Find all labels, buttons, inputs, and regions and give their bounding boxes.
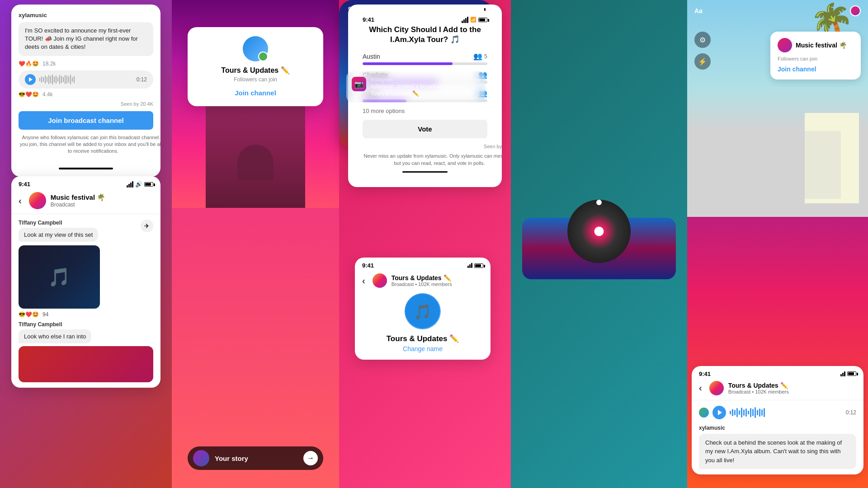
waveform <box>39 75 133 84</box>
join-broadcast-button[interactable]: Join broadcast channel <box>19 111 153 130</box>
camera-status-bar: Aa <box>687 0 868 22</box>
channel-body: Tiffany Campbell Look at my view of this… <box>11 214 160 388</box>
reactions: 😎❤️🤩 94 <box>19 311 153 318</box>
wifi-icon: 🔊 <box>135 181 142 188</box>
poll-disclaimer: Never miss an update from xylamusic. Onl… <box>363 153 502 167</box>
sender-name-6: xylamusic <box>699 425 856 431</box>
section-orange-bg: 🌴 Aa Music festival 🌴 Fo <box>687 0 868 488</box>
poll-title: Which City Should I Add to the I.Am.Xyla… <box>363 25 487 45</box>
channel-info: Music festival 🌴 Broadcast <box>51 193 106 208</box>
teal-content <box>511 0 687 488</box>
section-purple-bg: xylamusic I'm SO excited to announce my … <box>0 0 172 488</box>
more-options: 10 more options <box>363 108 487 114</box>
sender-name: Tiffany Campbell <box>19 220 153 226</box>
reaction-emojis-3: 😎❤️🤩 <box>19 311 39 318</box>
audio-play-btn[interactable] <box>712 406 726 419</box>
your-story-label: Your story <box>215 455 298 462</box>
username-label: xylamusic <box>19 12 160 19</box>
notif-app-label: Instagram now <box>371 77 480 82</box>
send-icon[interactable]: ✈ <box>141 220 153 232</box>
audio-message[interactable]: 0:12 <box>19 70 153 89</box>
reaction-emojis: ❤️🔥🤩 <box>19 61 39 67</box>
overlay-channel-avatar <box>778 38 792 52</box>
camera-settings-icon[interactable]: ⚙ <box>694 32 711 48</box>
channel-title-3: Tours & Updates ✏️ <box>197 66 314 75</box>
status-icons: 🔊 <box>127 181 153 188</box>
overlay-channel-info: Music festival 🌴 <box>796 42 847 49</box>
overlay-followers: Followers can join <box>778 56 854 61</box>
status-icons-5 <box>467 263 483 268</box>
channel-info-5: Tours & Updates ✏️ Broadcast • 102K memb… <box>392 274 452 287</box>
reaction-count-3: 94 <box>42 311 48 318</box>
section-teal-bg <box>511 0 687 488</box>
channel-body-5: Tours & Updates ✏️ Change name <box>355 293 491 360</box>
austin-count: 👥 5 <box>473 52 487 61</box>
change-name-button[interactable]: Change name <box>403 345 443 352</box>
camera-status-icons <box>850 5 861 16</box>
set-photo <box>19 245 100 309</box>
play-button[interactable] <box>25 74 36 85</box>
story-avatar <box>193 450 209 466</box>
status-time-6: 9:41 <box>699 371 711 377</box>
message-text-2: Look who else I ran into <box>19 329 91 343</box>
status-bar-5: 9:41 <box>355 258 491 271</box>
status-bar-poll: 9:41 📶 <box>355 12 495 25</box>
notification-content: Instagram now xylamusic created a broadc… <box>371 77 480 97</box>
lockscreen-battery <box>475 7 484 11</box>
sender2-name: Tiffany Campbell <box>19 321 153 328</box>
followers-can-join: Followers can join <box>197 76 314 83</box>
seen-count: Seen by 23.8K <box>363 144 502 149</box>
channel-name: Music festival 🌴 <box>51 193 106 202</box>
notif-message: xylamusic created a broadcast channel: T… <box>371 83 480 97</box>
reaction-row: ❤️🔥🤩 18.2k <box>19 61 153 67</box>
status-bar-6: 9:41 <box>692 366 863 379</box>
message-bubble-6: Check out a behind the scenes look at th… <box>699 434 856 469</box>
channel-large-avatar-5 <box>405 293 441 329</box>
signal-5 <box>467 263 472 268</box>
join-channel-button-3[interactable]: Join channel <box>235 89 276 97</box>
tours-channel-info-card: 9:41 ‹ Tours & Updates ✏️ Broadcast • 10… <box>355 258 491 360</box>
audio-player[interactable]: 0:12 <box>699 406 856 419</box>
reaction-count: 18.2k <box>42 61 56 67</box>
camera-controls-left: ⚙ ⚡ <box>694 32 711 70</box>
audio-waveform-6 <box>730 406 842 419</box>
your-story-bar[interactable]: Your story → <box>188 446 323 470</box>
battery-6 <box>847 371 856 376</box>
overlay-user-row: Music festival 🌴 <box>778 38 854 52</box>
audio-card-body: 0:12 xylamusic Check out a behind the sc… <box>692 400 863 475</box>
broadcast-join-card: xylamusic I'm SO excited to announce my … <box>11 5 160 177</box>
reaction2-emojis: 😎❤️🤩 <box>19 91 39 98</box>
channel-avatar <box>29 192 46 209</box>
channel-header: ‹ Music festival 🌴 Broadcast <box>11 189 160 214</box>
back-arrow-icon[interactable]: ‹ <box>19 196 22 206</box>
battery-icon <box>144 182 153 187</box>
section-pink-bg: Tours & Updates ✏️ Followers can join Jo… <box>172 0 339 488</box>
vote-button[interactable]: Vote <box>363 120 487 138</box>
wifi-poll: 📶 <box>470 17 476 23</box>
join-channel-overlay-card: Music festival 🌴 Followers can join Join… <box>770 32 861 80</box>
disclaimer-text: Anyone who follows xylamusic can join th… <box>19 134 160 155</box>
message-bubble: I'm SO excited to announce my first-ever… <box>19 22 153 56</box>
message-text-1: Look at my view of this set <box>19 228 98 242</box>
seen-by: Seen by 20.4K <box>19 101 153 107</box>
austin-bar-fill <box>363 62 453 65</box>
poll-option-austin-label: Austin 👥 5 <box>363 52 487 61</box>
austin-bar-track <box>363 62 487 65</box>
broadcast-members-6: Broadcast • 102K members <box>728 389 789 394</box>
battery-poll <box>478 18 487 22</box>
sender-section: Tiffany Campbell Look at my view of this… <box>19 220 153 245</box>
camera-flash-icon[interactable]: ⚡ <box>694 53 711 70</box>
sender-avatar-6 <box>699 408 709 418</box>
overlay-join-button[interactable]: Join channel <box>778 66 816 73</box>
channel-name-6: Tours & Updates ✏️ <box>728 382 789 389</box>
camera-avatar-small <box>850 5 861 16</box>
home-indicator <box>59 168 113 169</box>
instagram-notif-icon: 📷 <box>352 77 366 91</box>
battery-5 <box>474 263 483 268</box>
tours-audio-card: 9:41 ‹ Tours & Updates ✏️ Broadcast • 10… <box>692 366 863 475</box>
audio-duration: 0:12 <box>137 76 147 83</box>
back-arrow-5[interactable]: ‹ <box>362 276 365 286</box>
back-arrow-6[interactable]: ‹ <box>699 383 702 393</box>
story-arrow-icon[interactable]: → <box>303 451 318 465</box>
channel-avatar-6 <box>709 381 724 395</box>
